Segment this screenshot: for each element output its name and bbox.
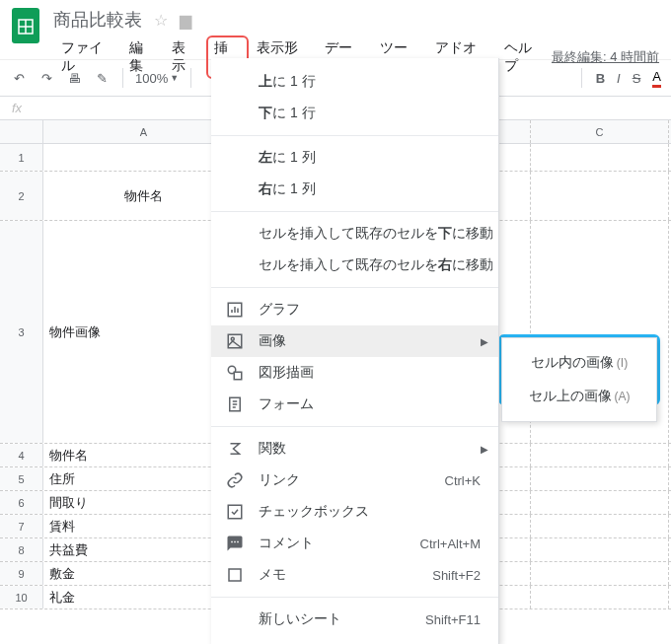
shortcut: Shift+F2 <box>432 568 481 583</box>
image-icon <box>225 332 245 350</box>
undo-icon[interactable]: ↶ <box>10 71 28 86</box>
cell[interactable] <box>531 444 669 466</box>
submenu-arrow-icon: ▶ <box>481 444 488 455</box>
row-header[interactable]: 5 <box>0 467 43 490</box>
link-icon <box>225 471 245 489</box>
menu-item[interactable]: チェックボックス <box>211 496 498 528</box>
row-header[interactable]: 9 <box>0 562 43 585</box>
menu-item[interactable]: メモShift+F2 <box>211 559 498 591</box>
menu-item-label: セルを挿入して既存のセルを下に移動 <box>259 225 493 243</box>
menu-item-label: セルを挿入して既存のセルを右に移動 <box>259 256 493 274</box>
menu-item[interactable]: 上に 1 行 <box>211 66 498 98</box>
row-header[interactable]: 3 <box>0 221 43 443</box>
drawing-icon <box>225 364 245 382</box>
row-header[interactable]: 2 <box>0 172 43 220</box>
menu-item-label: リンク <box>259 471 431 489</box>
menu-item[interactable]: セルを挿入して既存のセルを下に移動 <box>211 218 498 250</box>
row-header[interactable]: 4 <box>0 444 43 466</box>
submenu-arrow-icon: ▶ <box>481 336 488 347</box>
cell[interactable] <box>531 491 669 514</box>
cell[interactable] <box>531 538 669 561</box>
svg-point-5 <box>231 337 234 340</box>
menu-item[interactable]: コメントCtrl+Alt+M <box>211 528 498 559</box>
menu-item-label: グラフ <box>259 301 481 319</box>
col-header-c[interactable]: C <box>531 120 669 143</box>
menu-item-label: コメント <box>259 535 407 552</box>
menu-item[interactable]: 新しいシートShift+F11 <box>211 604 498 635</box>
menu-item-label: 図形描画 <box>259 364 481 382</box>
chart-icon <box>225 301 245 319</box>
row-header[interactable]: 1 <box>0 144 43 171</box>
bold-button[interactable]: B <box>596 71 605 86</box>
cell[interactable] <box>531 144 669 171</box>
row-header[interactable]: 7 <box>0 515 43 537</box>
menu-item-label: 下に 1 行 <box>259 105 481 122</box>
svg-rect-9 <box>228 505 242 519</box>
menu-item[interactable]: 右に 1 列 <box>211 174 498 205</box>
cell[interactable] <box>531 515 669 537</box>
zoom-select[interactable]: 100% ▼ <box>135 71 179 86</box>
cell[interactable] <box>531 172 669 220</box>
check-icon <box>225 503 245 521</box>
insert-menu: 上に 1 行下に 1 行左に 1 列右に 1 列セルを挿入して既存のセルを下に移… <box>211 58 499 644</box>
paint-format-icon[interactable]: ✎ <box>93 71 111 86</box>
note-icon <box>225 566 245 584</box>
folder-icon[interactable]: ▆ <box>180 11 191 30</box>
image-submenu: セル内の画像(I) セル上の画像(A) <box>501 337 657 422</box>
svg-rect-10 <box>229 569 241 581</box>
cell[interactable] <box>531 467 669 490</box>
row-header[interactable]: 10 <box>0 586 43 608</box>
menu-item-label: メモ <box>259 566 418 584</box>
menu-item[interactable]: セルを挿入して既存のセルを右に移動 <box>211 250 498 281</box>
menu-item[interactable]: グラフ <box>211 294 498 325</box>
menu-item-label: フォーム <box>259 395 481 413</box>
menu-item[interactable]: 下に 1 行 <box>211 98 498 129</box>
menu-item-label: 左に 1 列 <box>259 149 481 167</box>
star-icon[interactable]: ☆ <box>154 11 168 30</box>
menu-item[interactable]: リンクCtrl+K <box>211 465 498 496</box>
menu-item[interactable]: フォーム <box>211 389 498 420</box>
redo-icon[interactable]: ↷ <box>37 71 55 86</box>
menu-item-label: チェックボックス <box>259 503 481 521</box>
shortcut: Ctrl+K <box>445 473 481 488</box>
menu-help[interactable]: ヘルプ <box>496 36 552 79</box>
print-icon[interactable]: 🖶 <box>65 71 83 86</box>
select-all-corner[interactable] <box>0 120 43 143</box>
menu-item[interactable]: 画像▶ <box>211 325 498 357</box>
menu-item[interactable]: 左に 1 列 <box>211 142 498 174</box>
doc-title[interactable]: 商品比較表 <box>53 8 142 32</box>
submenu-image-over-cell[interactable]: セル上の画像(A) <box>502 380 656 413</box>
shortcut: Shift+F11 <box>425 612 481 627</box>
menu-item-label: 画像 <box>259 332 481 350</box>
cell[interactable] <box>531 586 669 608</box>
menu-item-label: 右に 1 列 <box>259 180 481 198</box>
row-header[interactable]: 8 <box>0 538 43 561</box>
form-icon <box>225 395 245 413</box>
sheets-logo <box>12 8 39 43</box>
text-color-button[interactable]: A <box>652 69 661 88</box>
sigma-icon <box>225 440 245 458</box>
svg-rect-7 <box>234 372 242 380</box>
shortcut: Ctrl+Alt+M <box>420 537 481 551</box>
header: 商品比較表 ☆ ▆ ファイル 編集 表示 挿入 表示形式 データ ツール アドオ… <box>0 0 671 59</box>
menu-item[interactable]: 図形描画 <box>211 357 498 389</box>
last-edit[interactable]: 最終編集: 4 時間前 <box>552 48 659 66</box>
menu-file[interactable]: ファイル <box>53 36 121 79</box>
strike-button[interactable]: S <box>633 71 641 86</box>
menu-item-label: 関数 <box>259 440 481 458</box>
submenu-image-in-cell[interactable]: セル内の画像(I) <box>502 346 656 380</box>
menu-item-label: 新しいシート <box>259 610 411 628</box>
row-header[interactable]: 6 <box>0 491 43 514</box>
comment-icon <box>225 535 245 552</box>
menu-item-label: 上に 1 行 <box>259 73 481 91</box>
cell[interactable] <box>531 562 669 585</box>
menu-item[interactable]: 関数▶ <box>211 433 498 465</box>
italic-button[interactable]: I <box>617 71 621 86</box>
